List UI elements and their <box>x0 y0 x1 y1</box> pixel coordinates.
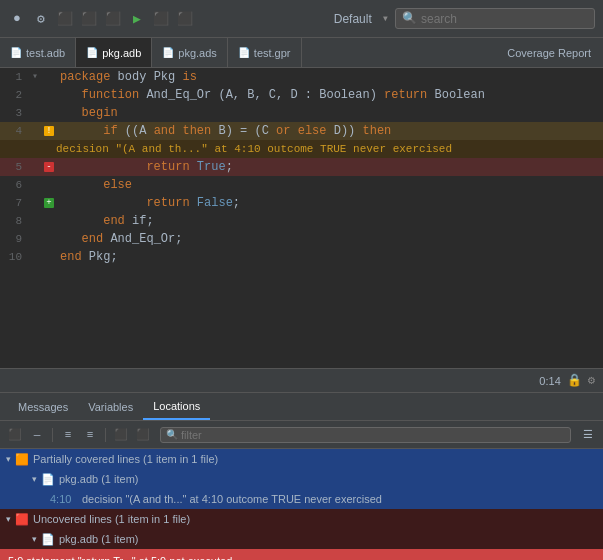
group-partially-covered[interactable]: ▾ 🟧 Partially covered lines (1 item in 1… <box>0 449 603 469</box>
file-icon: 📄 <box>41 530 55 548</box>
fold-arrow <box>28 194 42 212</box>
expand-arrow-icon: ▾ <box>32 470 37 488</box>
tab-test-gpr[interactable]: 📄 test.gpr <box>228 38 302 67</box>
tab-messages[interactable]: Messages <box>8 393 78 420</box>
bottom-status-bar: 5:9 statement "return Tr..." at 5:9 not … <box>0 549 603 560</box>
settings-icon[interactable]: ⚙ <box>588 373 595 388</box>
run-icon[interactable]: ▶ <box>128 10 146 28</box>
code-content: return True; <box>56 158 603 176</box>
fold-arrow <box>28 158 42 176</box>
line-number: 3 <box>0 104 28 122</box>
file-item-pkg-adb-1[interactable]: ▾ 📄 pkg.adb (1 item) <box>0 469 603 489</box>
tab-label: Variables <box>88 401 133 413</box>
file-label: pkg.adb (1 item) <box>59 470 138 488</box>
line-marker <box>42 176 56 194</box>
tab-test-adb[interactable]: 📄 test.adb <box>0 38 76 67</box>
copy-icon[interactable]: ⬛ <box>112 426 130 444</box>
line-number: 2 <box>0 86 28 104</box>
icon-8[interactable]: ⬛ <box>176 10 194 28</box>
line-number: 5 <box>0 158 28 176</box>
collapse-all-icon[interactable]: ≡ <box>81 426 99 444</box>
file-icon: 📄 <box>238 47 250 58</box>
tab-variables[interactable]: Variables <box>78 393 143 420</box>
code-content: package body Pkg is <box>56 68 603 86</box>
line-marker: ! <box>42 122 56 140</box>
file-icon: 📄 <box>41 470 55 488</box>
remove-icon[interactable]: — <box>28 426 46 444</box>
code-line-3: 3 begin <box>0 104 603 122</box>
fold-arrow[interactable]: ▾ <box>28 68 42 86</box>
panel-toolbar: ⬛ — ≡ ≡ ⬛ ⬛ 🔍 ☰ <box>0 421 603 449</box>
group-icon: 🟥 <box>15 510 29 528</box>
icon-4[interactable]: ⬛ <box>80 10 98 28</box>
search-box: 🔍 <box>395 8 595 29</box>
export-icon[interactable]: ⬛ <box>134 426 152 444</box>
menu-icon[interactable]: ☰ <box>579 426 597 444</box>
tab-coverage-report[interactable]: Coverage Report <box>495 38 603 67</box>
bottom-panel: 0:14 🔒 ⚙ Messages Variables Locations ⬛ … <box>0 368 603 560</box>
file-icon: 📄 <box>10 47 22 58</box>
bottom-status-text: 5:9 statement "return Tr..." at 5:9 not … <box>8 555 232 560</box>
tab-label: Messages <box>18 401 68 413</box>
divider <box>52 428 53 442</box>
code-line-2: 2 function And_Eq_Or (A, B, C, D : Boole… <box>0 86 603 104</box>
add-icon[interactable]: ⬛ <box>6 426 24 444</box>
line-number: 7 <box>0 194 28 212</box>
code-line-10: 10 end Pkg; <box>0 248 603 266</box>
line-marker <box>42 212 56 230</box>
tab-locations[interactable]: Locations <box>143 393 210 420</box>
line-number: 6 <box>0 176 28 194</box>
fold-arrow <box>28 176 42 194</box>
status-time: 0:14 <box>539 375 560 387</box>
expand-arrow-icon: ▾ <box>6 510 11 528</box>
divider <box>105 428 106 442</box>
group-label: Partially covered lines (1 item in 1 fil… <box>33 450 218 468</box>
tab-label: test.gpr <box>254 47 291 59</box>
file-label: pkg.adb (1 item) <box>59 530 138 548</box>
expand-arrow-icon: ▾ <box>32 530 37 548</box>
tab-pkg-ads[interactable]: 📄 pkg.ads <box>152 38 228 67</box>
code-editor: 1 ▾ package body Pkg is 2 function And_E… <box>0 68 603 368</box>
icon-3[interactable]: ⬛ <box>56 10 74 28</box>
filter-box: 🔍 <box>160 427 571 443</box>
code-line-6: 6 else <box>0 176 603 194</box>
fold-arrow <box>28 230 42 248</box>
code-line-8: 8 end if; <box>0 212 603 230</box>
fold-arrow <box>28 104 42 122</box>
icon-2[interactable]: ⚙ <box>32 10 50 28</box>
group-uncovered[interactable]: ▾ 🟥 Uncovered lines (1 item in 1 file) <box>0 509 603 529</box>
tab-pkg-adb[interactable]: 📄 pkg.adb <box>76 38 152 67</box>
lock-icon[interactable]: 🔒 <box>567 373 582 388</box>
toolbar: ● ⚙ ⬛ ⬛ ⬛ ▶ ⬛ ⬛ Default ▾ 🔍 <box>0 0 603 38</box>
file-item-pkg-adb-2[interactable]: ▾ 📄 pkg.adb (1 item) <box>0 529 603 549</box>
icon-1[interactable]: ● <box>8 10 26 28</box>
code-content: end if; <box>56 212 603 230</box>
coverage-tab-label: Coverage Report <box>507 47 591 59</box>
tab-label: Locations <box>153 400 200 412</box>
status-bar: 0:14 🔒 ⚙ <box>0 369 603 393</box>
line-marker <box>42 86 56 104</box>
code-line-1: 1 ▾ package body Pkg is <box>0 68 603 86</box>
line-marker <box>42 104 56 122</box>
location-item-1[interactable]: 4:10 decision "(A and th..." at 4:10 out… <box>0 489 603 509</box>
icon-7[interactable]: ⬛ <box>152 10 170 28</box>
line-number: 4 <box>0 122 28 140</box>
line-marker <box>42 230 56 248</box>
expand-all-icon[interactable]: ≡ <box>59 426 77 444</box>
code-content: end Pkg; <box>56 248 603 266</box>
search-input[interactable] <box>421 12 571 26</box>
filter-input[interactable] <box>181 429 565 441</box>
filter-icon: 🔍 <box>166 429 178 441</box>
location-line-number: 4:10 <box>50 490 78 508</box>
fold-arrow <box>28 122 42 140</box>
panel-tabs: Messages Variables Locations <box>0 393 603 421</box>
line-marker: - <box>42 158 56 176</box>
line-number: 8 <box>0 212 28 230</box>
decision-line: decision "(A and th..." at 4:10 outcome … <box>0 140 603 158</box>
dropdown-arrow-icon[interactable]: ▾ <box>382 11 389 26</box>
line-number: 10 <box>0 248 28 266</box>
fold-arrow <box>28 248 42 266</box>
icon-5[interactable]: ⬛ <box>104 10 122 28</box>
fold-arrow <box>28 86 42 104</box>
panel-content: ▾ 🟧 Partially covered lines (1 item in 1… <box>0 449 603 549</box>
